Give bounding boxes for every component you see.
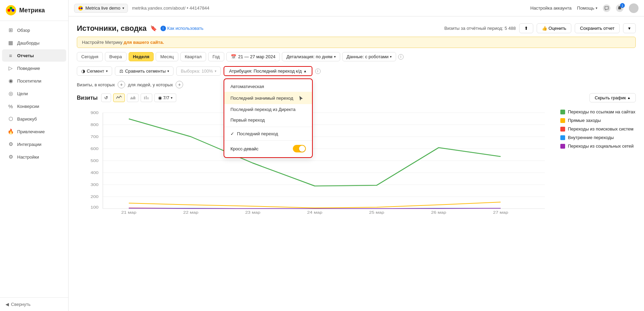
dashboards-icon: ▦ [8,40,14,46]
hide-chart-chevron-icon: ▲ [627,96,631,100]
compare-segments-button[interactable]: ⚖ Сравнить сегменты ▾ [115,66,174,76]
visits-period-text: Визиты за отчётный период: 5 488 [444,26,516,31]
sidebar-item-visitors[interactable]: ◉ Посетители [2,75,66,87]
user-avatar[interactable] [629,3,639,13]
svg-rect-8 [144,97,145,99]
sidebar-item-overview[interactable]: ⊞ Обзор [2,24,66,36]
cursor-icon [297,95,304,101]
filter-month[interactable]: Месяц [156,52,178,61]
legend-dot-direct [560,118,565,123]
date-range-picker[interactable]: 📅 21 — 27 мар 2024 [226,52,280,61]
collapse-arrow-icon: ◀ [5,302,9,307]
goals-icon: ◎ [8,90,14,97]
save-dropdown-button[interactable]: ▾ [623,23,636,33]
page-title-row: Источники, сводка 🔖 i Как использовать [77,24,203,33]
chart-bar-type-button[interactable] [141,94,152,102]
sidebar-item-integrations[interactable]: ⚙ Интеграции [2,138,66,150]
sidebar-item-settings[interactable]: ⚙ Настройки [2,151,66,163]
svg-point-5 [79,7,81,9]
attribution-dropdown: Автоматическая Последний значимый перехо… [224,78,313,158]
save-report-button[interactable]: Сохранить отчет [575,23,620,33]
how-to-use-link[interactable]: i Как использовать [160,26,204,31]
detail-button[interactable]: Детализация: по дням ▾ [282,52,340,61]
sample-chevron-icon: ▾ [215,69,216,73]
chart-area: 900 800 700 600 500 400 300 200 100 21 м… [77,106,553,215]
sidebar-footer: ◀ Свернуть [0,297,68,311]
attribution-button[interactable]: Атрибуция: Последний переход к/д ▲ [224,66,312,76]
hide-chart-button[interactable]: Скрыть график ▲ [589,93,636,102]
sidebar-item-behavior[interactable]: ▷ Поведение [2,62,66,74]
series-count-selector[interactable]: ◉ 7/7 ▾ [154,94,176,102]
banner-link[interactable]: для вашего сайта. [124,40,164,45]
sample-button[interactable]: Выборка: 100% ▾ [176,66,221,76]
filter-week[interactable]: Неделя [129,52,154,61]
svg-text:900: 900 [91,111,98,115]
segment-button[interactable]: ◑ Сегмент ▾ [77,66,112,76]
account-settings-button[interactable]: Настройка аккаунта [530,5,571,11]
svg-text:26 мар: 26 мар [431,210,446,214]
attribution-first[interactable]: Первый переход [224,115,312,125]
filter-quarter[interactable]: Квартал [180,52,206,61]
add-people-filter-button[interactable]: + [176,81,183,88]
svg-text:24 мар: 24 мар [307,210,322,214]
cross-device-toggle-row: Кросс-девайс [224,142,312,155]
export-button[interactable]: ⬆ [519,23,533,33]
compare-chevron-icon: ▾ [167,69,169,73]
chevron-down-icon: ▾ [122,6,124,10]
attribution-auto[interactable]: Автоматическая [224,81,312,92]
data-button[interactable]: Данные: с роботами ▾ [342,52,396,61]
svg-point-2 [12,9,14,12]
setup-banner: Настройте Метрику для вашего сайта. [77,37,636,48]
svg-text:700: 700 [91,135,98,139]
calendar-icon: 📅 [231,54,236,59]
variocube-icon: ⬡ [8,116,14,122]
sidebar-item-conversions[interactable]: % Конверсии [2,100,66,112]
toggle-knob [299,146,305,152]
svg-point-1 [8,9,10,12]
chat-icon[interactable] [603,4,610,12]
data-chevron-icon: ▾ [390,55,392,59]
cross-device-toggle[interactable] [293,145,306,152]
sidebar-item-reports[interactable]: ≡ Отчеты [2,49,66,62]
attribution-container: Атрибуция: Последний переход к/д ▲ Автом… [224,66,312,76]
content-area: Источники, сводка 🔖 i Как использовать В… [69,16,644,311]
sidebar-item-acquisition[interactable]: 🔥 Привлечение [2,125,66,138]
check-icon: ✓ [230,131,234,136]
svg-rect-10 [147,97,148,99]
topbar-right: Настройка аккаунта Помощь ▾ [530,3,639,13]
svg-text:21 мар: 21 мар [121,210,136,214]
visits-title: Визиты [77,95,98,101]
chart-refresh-button[interactable]: ↺ [101,94,111,102]
filter-today[interactable]: Сегодня [77,52,103,61]
sidebar-item-variocube[interactable]: ⬡ Вариокуб [2,113,66,125]
filter-year[interactable]: Год [208,52,224,61]
filter-yesterday[interactable]: Вчера [105,52,127,61]
rate-button[interactable]: 👍 Оценить [537,23,571,33]
chart-area-type-button[interactable] [127,94,139,102]
chart-line-type-button[interactable] [113,94,125,102]
legend-dot-links [560,110,565,114]
legend-dot-social [560,144,565,149]
attribution-info-icon[interactable]: i [315,69,321,74]
logo-icon [5,5,16,16]
main-content: Metrica live demo ▾ metrika.yandex.com/a… [69,0,644,311]
overview-icon: ⊞ [8,27,14,33]
legend-item-links: Переходы по ссылкам на сайтах [560,109,636,114]
attribution-last-significant[interactable]: Последний значимый переход [224,92,312,104]
sidebar-collapse-button[interactable]: ◀ Свернуть [5,302,63,307]
bookmark-icon[interactable]: 🔖 [150,25,157,32]
help-button[interactable]: Помощь ▾ [577,5,597,11]
svg-text:800: 800 [91,123,98,127]
attribution-last[interactable]: ✓ Последний переход [224,128,312,139]
sidebar-item-goals[interactable]: ◎ Цели [2,87,66,100]
add-visit-filter-button[interactable]: + [118,81,125,88]
logo: Метрика [0,0,68,21]
demo-logo-icon [78,5,83,11]
demo-selector[interactable]: Metrica live demo ▾ [74,4,128,13]
notifications-container: 1 [616,4,623,12]
sidebar-item-dashboards[interactable]: ▦ Дашборды [2,37,66,49]
attribution-last-direct[interactable]: Последний переход из Директа [224,104,312,115]
data-info-icon[interactable]: i [398,54,404,60]
visits-section-header: Визиты ↺ ◉ 7/ [77,93,636,102]
legend-item-search: Переходы из поисковых систем [560,126,636,132]
